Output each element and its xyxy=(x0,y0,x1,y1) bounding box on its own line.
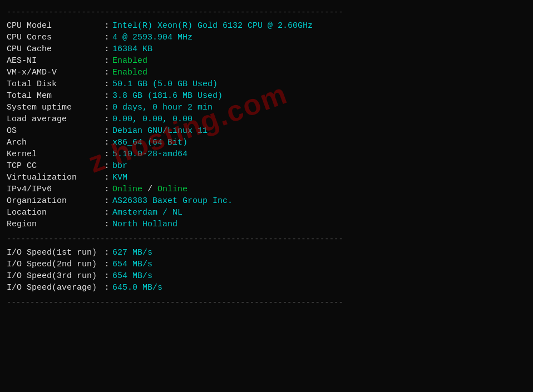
io-row-value: 627 MB/s xyxy=(112,247,526,259)
row-value: 4 @ 2593.904 MHz xyxy=(112,32,526,43)
info-row: CPU Model : Intel(R) Xeon(R) Gold 6132 C… xyxy=(7,20,526,32)
io-row-label: I/O Speed(1st run) xyxy=(7,247,101,259)
row-value: Intel(R) Xeon(R) Gold 6132 CPU @ 2.60GHz xyxy=(112,20,526,32)
info-row: Location : Amsterdam / NL xyxy=(7,207,526,219)
row-colon: : xyxy=(101,102,112,113)
info-row: Total Disk : 50.1 GB (5.0 GB Used) xyxy=(7,78,526,90)
row-colon: : xyxy=(101,32,112,43)
row-label: Location xyxy=(7,207,101,219)
row-colon: : xyxy=(101,219,112,230)
row-colon: : xyxy=(101,125,112,137)
info-row: VM-x/AMD-V : Enabled xyxy=(7,67,526,78)
io-row: I/O Speed(2nd run) : 654 MB/s xyxy=(7,259,526,270)
row-value: Enabled xyxy=(112,55,526,67)
row-label: VM-x/AMD-V xyxy=(7,67,101,78)
row-colon: : xyxy=(101,20,112,32)
info-row: CPU Cache : 16384 KB xyxy=(7,43,526,55)
row-label: Arch xyxy=(7,137,101,148)
row-label: Total Disk xyxy=(7,78,101,90)
row-label: System uptime xyxy=(7,102,101,113)
info-row: IPv4/IPv6 : Online / Online xyxy=(7,183,526,195)
row-label: Total Mem xyxy=(7,90,101,102)
row-value: KVM xyxy=(112,172,526,183)
info-row: AES-NI : Enabled xyxy=(7,55,526,67)
info-row: CPU Cores : 4 @ 2593.904 MHz xyxy=(7,32,526,43)
io-row-label: I/O Speed(average) xyxy=(7,282,101,294)
row-colon: : xyxy=(101,183,112,195)
row-label: Virtualization xyxy=(7,172,101,183)
io-row-colon: : xyxy=(101,270,112,282)
io-row: I/O Speed(3rd run) : 654 MB/s xyxy=(7,270,526,282)
row-colon: : xyxy=(101,137,112,148)
bottom-divider: ----------------------------------------… xyxy=(7,298,526,307)
io-row-value: 654 MB/s xyxy=(112,270,526,282)
row-value: 3.8 GB (181.6 MB Used) xyxy=(112,90,526,102)
info-row: Kernel : 5.10.0-28-amd64 xyxy=(7,148,526,160)
row-label: Kernel xyxy=(7,148,101,160)
top-divider: ----------------------------------------… xyxy=(7,8,526,17)
info-row: Virtualization : KVM xyxy=(7,172,526,183)
row-value: Enabled xyxy=(112,67,526,78)
row-value: 50.1 GB (5.0 GB Used) xyxy=(112,78,526,90)
row-value: AS26383 Baxet Group Inc. xyxy=(112,195,526,207)
row-label: CPU Model xyxy=(7,20,101,32)
row-colon: : xyxy=(101,55,112,67)
io-row-value: 654 MB/s xyxy=(112,259,526,270)
row-label: OS xyxy=(7,125,101,137)
info-row: Region : North Holland xyxy=(7,219,526,230)
row-colon: : xyxy=(101,148,112,160)
info-row: Arch : x86_64 (64 Bit) xyxy=(7,137,526,148)
row-colon: : xyxy=(101,172,112,183)
row-colon: : xyxy=(101,90,112,102)
info-row: System uptime : 0 days, 0 hour 2 min xyxy=(7,102,526,113)
row-label: CPU Cores xyxy=(7,32,101,43)
row-label: Organization xyxy=(7,195,101,207)
io-row-value: 645.0 MB/s xyxy=(112,282,526,294)
row-value: Debian GNU/Linux 11 xyxy=(112,125,526,137)
row-value: North Holland xyxy=(112,219,526,230)
io-row-colon: : xyxy=(101,247,112,259)
info-row: Total Mem : 3.8 GB (181.6 MB Used) xyxy=(7,90,526,102)
middle-divider: ----------------------------------------… xyxy=(7,235,526,244)
row-colon: : xyxy=(101,207,112,219)
row-colon: : xyxy=(101,78,112,90)
row-value: Online / Online xyxy=(112,183,526,195)
io-row-colon: : xyxy=(101,259,112,270)
io-row-label: I/O Speed(2nd run) xyxy=(7,259,101,270)
row-label: Region xyxy=(7,219,101,230)
row-colon: : xyxy=(101,113,112,125)
row-value: Amsterdam / NL xyxy=(112,207,526,219)
io-row-label: I/O Speed(3rd run) xyxy=(7,270,101,282)
row-colon: : xyxy=(101,195,112,207)
info-row: Load average : 0.00, 0.00, 0.00 xyxy=(7,113,526,125)
io-row: I/O Speed(average) : 645.0 MB/s xyxy=(7,282,526,294)
row-colon: : xyxy=(101,160,112,172)
row-value: 0 days, 0 hour 2 min xyxy=(112,102,526,113)
row-label: Load average xyxy=(7,113,101,125)
io-row-colon: : xyxy=(101,282,112,294)
row-label: IPv4/IPv6 xyxy=(7,183,101,195)
row-label: AES-NI xyxy=(7,55,101,67)
row-value: 16384 KB xyxy=(112,43,526,55)
row-label: TCP CC xyxy=(7,160,101,172)
info-row: OS : Debian GNU/Linux 11 xyxy=(7,125,526,137)
info-row: Organization : AS26383 Baxet Group Inc. xyxy=(7,195,526,207)
row-colon: : xyxy=(101,67,112,78)
io-info-table: I/O Speed(1st run) : 627 MB/sI/O Speed(2… xyxy=(7,247,526,294)
system-info-table: CPU Model : Intel(R) Xeon(R) Gold 6132 C… xyxy=(7,20,526,230)
row-value: 0.00, 0.00, 0.00 xyxy=(112,113,526,125)
row-value: 5.10.0-28-amd64 xyxy=(112,148,526,160)
row-value: bbr xyxy=(112,160,526,172)
row-label: CPU Cache xyxy=(7,43,101,55)
row-colon: : xyxy=(101,43,112,55)
row-value: x86_64 (64 Bit) xyxy=(112,137,526,148)
info-row: TCP CC : bbr xyxy=(7,160,526,172)
io-row: I/O Speed(1st run) : 627 MB/s xyxy=(7,247,526,259)
